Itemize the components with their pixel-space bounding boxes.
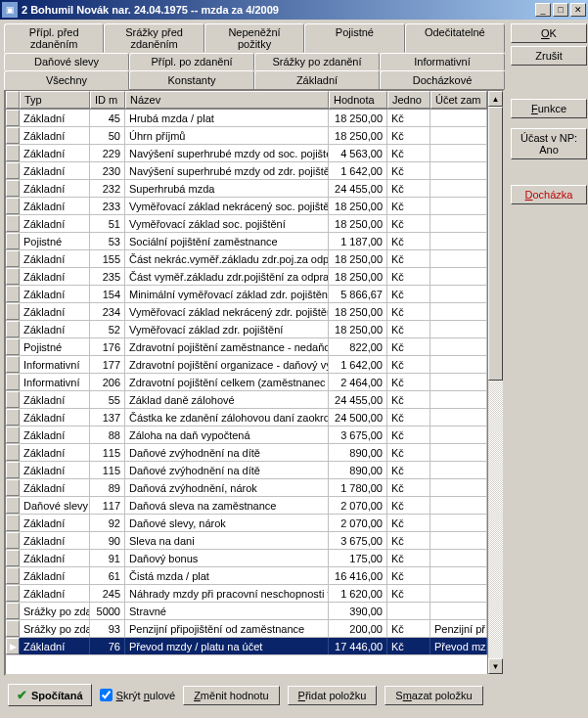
tab-dochazkove[interactable]: Docházkové xyxy=(380,70,505,90)
table-row[interactable]: Základní230Navýšení superhrubé mzdy od z… xyxy=(6,162,487,180)
table-row[interactable]: Základní229Navýšení superhrubé mzdy od s… xyxy=(6,145,487,162)
table-row[interactable]: Základní90Sleva na dani3 675,00Kč xyxy=(6,532,487,550)
table-row[interactable]: Základní88Záloha na daň vypočtená3 675,0… xyxy=(6,426,487,444)
tab-vsechny[interactable]: Všechny xyxy=(4,70,129,90)
table-row[interactable]: Základní51Vyměřovací základ soc. pojiště… xyxy=(6,215,487,233)
cell-nazev: Čistá mzda / plat xyxy=(125,567,329,584)
table-row[interactable]: Základní234Vyměřovací základ nekrácený z… xyxy=(6,303,487,321)
col-id[interactable]: ID m xyxy=(90,91,125,109)
cell-id: 5000 xyxy=(90,603,125,619)
table-row[interactable]: Základní55Základ daně zálohové24 455,00K… xyxy=(6,391,487,409)
table-row[interactable]: Základní61Čistá mzda / plat16 416,00Kč xyxy=(6,567,487,585)
data-grid[interactable]: Typ ID m Název Hodnota Jedno Účet zam Zá… xyxy=(6,91,487,674)
table-row[interactable]: Základní233Vyměřovací základ nekrácený s… xyxy=(6,198,487,215)
tab-odecitatelne[interactable]: Odečitatelné xyxy=(405,23,505,53)
cell-hodnota: 890,00 xyxy=(329,462,387,478)
table-row[interactable]: Základní137Částka ke zdanění zálohovou d… xyxy=(6,409,487,426)
table-row[interactable]: Pojistné53Sociální pojištění zaměstnance… xyxy=(6,233,487,250)
cell-jednotka: Kč xyxy=(387,110,430,126)
row-marker xyxy=(6,426,20,443)
delete-item-button[interactable]: Smazat položku xyxy=(384,686,482,705)
table-row[interactable]: Základní92Daňové slevy, nárok2 070,00Kč xyxy=(6,515,487,532)
table-row[interactable]: Základní155Část nekrác.vyměř.základu zdr… xyxy=(6,250,487,268)
cell-nazev: Základ daně zálohové xyxy=(125,391,329,408)
cell-hodnota: 18 250,00 xyxy=(329,215,387,232)
table-row[interactable]: Informativní206Zdravotní pojištění celke… xyxy=(6,374,487,391)
table-row[interactable]: Základní52Vyměřovací základ zdr. pojiště… xyxy=(6,321,487,338)
table-row[interactable]: Základní245Náhrady mzdy při pracovní nes… xyxy=(6,585,487,603)
row-marker xyxy=(6,321,20,337)
cell-id: 155 xyxy=(90,250,125,267)
col-jednotka[interactable]: Jedno xyxy=(387,91,430,109)
minimize-button[interactable]: _ xyxy=(535,3,551,17)
tab-nepenezni[interactable]: Nepeněžní požitky xyxy=(204,23,304,53)
table-row[interactable]: Základní91Daňový bonus175,00Kč xyxy=(6,550,487,567)
cell-id: 230 xyxy=(90,162,125,179)
table-row[interactable]: Srážky po zdan5000Stravné390,00 xyxy=(6,603,487,620)
row-marker xyxy=(6,127,20,144)
cell-id: 245 xyxy=(90,585,125,602)
cell-jednotka: Kč xyxy=(387,638,430,654)
table-row[interactable]: Informativní177Zdravotní pojištění organ… xyxy=(6,356,487,374)
row-marker xyxy=(6,391,20,408)
col-hodnota[interactable]: Hodnota xyxy=(329,91,387,109)
status-button[interactable]: ✔ Spočítaná xyxy=(8,684,92,706)
tab-srazky-pred[interactable]: Srážky před zdaněním xyxy=(104,23,204,53)
cell-ucet xyxy=(430,532,487,549)
hide-zero-input[interactable] xyxy=(100,689,113,701)
cell-ucet xyxy=(430,567,487,584)
cell-nazev: Penzijní připojištění od zaměstnance xyxy=(125,620,329,637)
attendance-button[interactable]: Docházka xyxy=(511,185,587,204)
cell-typ: Základní xyxy=(20,286,90,302)
add-item-button[interactable]: Přidat položku xyxy=(288,686,378,705)
table-row[interactable]: Pojistné176Zdravotní pojištění zaměstnan… xyxy=(6,338,487,356)
col-marker[interactable] xyxy=(6,91,20,109)
table-row[interactable]: Základní232Superhrubá mzda24 455,00Kč xyxy=(6,180,487,198)
table-row[interactable]: Daňové slevy117Daňová sleva na zaměstnan… xyxy=(6,497,487,515)
tab-pojistne[interactable]: Pojistné xyxy=(304,23,404,53)
table-row[interactable]: Základní115Daňové zvýhodnění na dítě890,… xyxy=(6,462,487,479)
ok-button[interactable]: OK xyxy=(511,23,587,43)
cancel-button[interactable]: Zrušit xyxy=(511,46,587,66)
tab-informativni[interactable]: Informativní xyxy=(380,53,505,70)
np-button[interactable]: Účast v NP: Ano xyxy=(511,128,587,159)
row-marker xyxy=(6,303,20,320)
tab-pripl-po[interactable]: Přípl. po zdanění xyxy=(129,53,254,70)
cell-ucet: Penzijní př xyxy=(430,620,487,637)
scroll-track[interactable] xyxy=(488,107,503,658)
table-row[interactable]: Základní115Daňové zvýhodnění na dítě890,… xyxy=(6,444,487,462)
tab-danove-slevy[interactable]: Daňové slevy xyxy=(4,53,129,70)
tab-row-3: Všechny Konstanty Základní Docházkové xyxy=(4,70,505,90)
table-row[interactable]: Základní45Hrubá mzda / plat18 250,00Kč xyxy=(6,110,487,127)
table-row[interactable]: ▶Základní76Převod mzdy / platu na účet17… xyxy=(6,638,487,655)
cell-hodnota: 175,00 xyxy=(329,550,387,566)
close-button[interactable]: ✕ xyxy=(570,3,586,17)
tab-pripl-pred[interactable]: Přípl. před zdaněním xyxy=(4,23,104,53)
cell-typ: Informativní xyxy=(20,356,90,373)
col-nazev[interactable]: Název xyxy=(125,91,329,109)
tab-konstanty[interactable]: Konstanty xyxy=(129,70,254,90)
table-row[interactable]: Základní154Minimální vyměřovací základ z… xyxy=(6,286,487,303)
scroll-thumb[interactable] xyxy=(488,107,503,381)
cell-ucet xyxy=(430,409,487,426)
row-marker xyxy=(6,268,20,285)
change-value-button[interactable]: Změnit hodnotu xyxy=(183,686,279,705)
hide-zero-checkbox[interactable]: Skrýt nulové xyxy=(100,689,176,701)
col-ucet[interactable]: Účet zam xyxy=(430,91,487,109)
table-row[interactable]: Základní50Úhrn příjmů18 250,00Kč xyxy=(6,127,487,145)
scroll-down-button[interactable]: ▼ xyxy=(488,658,503,674)
functions-button[interactable]: Funkce xyxy=(511,99,587,118)
table-row[interactable]: Srážky po zdan93Penzijní připojištění od… xyxy=(6,620,487,638)
cell-hodnota: 3 675,00 xyxy=(329,426,387,443)
cell-jednotka: Kč xyxy=(387,550,430,566)
table-row[interactable]: Základní89Daňová zvýhodnění, nárok1 780,… xyxy=(6,479,487,497)
tab-srazky-po[interactable]: Srážky po zdanění xyxy=(254,53,380,70)
cell-jednotka: Kč xyxy=(387,567,430,584)
cell-hodnota: 17 446,00 xyxy=(329,638,387,654)
col-typ[interactable]: Typ xyxy=(20,91,90,109)
table-row[interactable]: Základní235Část vyměř.základu zdr.pojišt… xyxy=(6,268,487,286)
vertical-scrollbar[interactable]: ▲ ▼ xyxy=(487,91,503,674)
scroll-up-button[interactable]: ▲ xyxy=(488,91,503,107)
tab-zakladni[interactable]: Základní xyxy=(254,70,380,90)
maximize-button[interactable]: □ xyxy=(553,3,568,17)
